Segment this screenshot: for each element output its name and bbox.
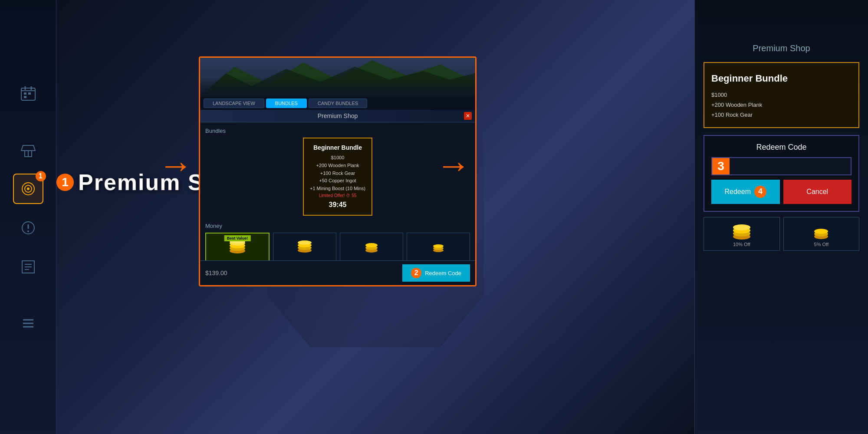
money-card-10off[interactable]: +$5.91K 10% Off xyxy=(273,233,336,260)
step-3-badge: 3 xyxy=(712,158,730,174)
svg-point-34 xyxy=(298,240,312,245)
right-money-discount-2: 5% Off xyxy=(787,242,856,247)
svg-rect-6 xyxy=(24,96,26,98)
svg-point-11 xyxy=(27,187,30,190)
svg-point-14 xyxy=(27,230,29,232)
right-panel-title: Premium Shop xyxy=(704,43,859,53)
bundle-price: $1000 xyxy=(308,154,367,162)
right-coins-2 xyxy=(787,223,856,240)
step-2-badge: 2 xyxy=(411,268,421,278)
bundle-item-1: +200 Wooden Plank xyxy=(308,162,367,170)
svg-rect-22 xyxy=(200,58,475,97)
bundle-countdown: 39:45 xyxy=(308,199,367,210)
redeem-button-label: Redeem Code xyxy=(425,270,461,276)
sidebar-item-menu[interactable] xyxy=(13,308,43,339)
redeem-code-section: Redeem Code 3 Redeem 4 Cancel xyxy=(704,135,859,212)
cancel-button[interactable]: Cancel xyxy=(783,180,852,204)
step-1-badge: 1 xyxy=(36,171,46,181)
money-card-5off[interactable]: +$2.49K 5% Off xyxy=(340,233,403,260)
right-money-discount-1: 10% Off xyxy=(707,242,776,247)
bundle-limited-label: Limited Offer! ⏱ 55 xyxy=(308,192,367,199)
alerts-icon xyxy=(20,219,37,237)
right-panel: Premium Shop Beginner Bundle $1000 +200 … xyxy=(694,0,868,434)
bundle-card-title: Beginner Bundle xyxy=(308,143,367,152)
redeem-confirm-button[interactable]: Redeem 4 xyxy=(711,180,780,204)
right-money-card-2[interactable]: 5% Off xyxy=(783,217,860,251)
menu-icon xyxy=(20,315,37,332)
calendar-icon xyxy=(20,85,37,102)
redeem-btn-label: Redeem xyxy=(725,188,751,196)
premium-shop-dialog: LANDSCAPE VIEW BUNDLES CANDY BUNDLES Pre… xyxy=(199,56,477,286)
redeem-code-button[interactable]: 2 Redeem Code xyxy=(402,264,470,282)
svg-marker-24 xyxy=(200,60,475,97)
bundles-label: Bundles xyxy=(205,128,470,134)
dialog-title-bar: Premium Shop ✕ xyxy=(200,110,475,122)
sidebar-item-premium[interactable]: 1 xyxy=(13,174,43,204)
svg-marker-25 xyxy=(200,67,475,97)
right-bundle-card: Beginner Bundle $1000 +200 Wooden Plank … xyxy=(704,62,859,128)
redeem-code-title: Redeem Code xyxy=(711,143,852,152)
redeem-input-row: 3 xyxy=(711,157,852,175)
bundle-item-4: +1 Mining Boost (10 Mins) xyxy=(308,185,367,193)
money-card-nodiscount[interactable]: +$955.00 xyxy=(407,233,470,260)
beginner-bundle-card[interactable]: Beginner Bundle $1000 +200 Wooden Plank … xyxy=(303,138,372,216)
coins-visual-4 xyxy=(411,238,466,253)
arrow-2: → xyxy=(436,145,471,185)
right-bundle-item-2: +100 Rock Gear xyxy=(711,110,852,120)
svg-point-44 xyxy=(733,224,750,230)
right-coins-1 xyxy=(707,223,776,240)
tab-bundles[interactable]: BUNDLES xyxy=(266,99,307,108)
dialog-body: Bundles Beginner Bundle $1000 +200 Woode… xyxy=(200,122,475,260)
sidebar: 1 xyxy=(0,0,56,434)
svg-rect-23 xyxy=(200,58,475,97)
bundles-section: Bundles Beginner Bundle $1000 +200 Woode… xyxy=(205,128,470,216)
arrow-1: → xyxy=(158,145,193,185)
step-4-badge: 4 xyxy=(754,186,766,198)
coins-visual-2 xyxy=(277,238,332,253)
best-value-badge: Best Value! xyxy=(224,235,251,241)
dialog-tabs: LANDSCAPE VIEW BUNDLES CANDY BUNDLES xyxy=(200,97,475,110)
sidebar-item-calendar[interactable] xyxy=(13,78,43,108)
svg-point-37 xyxy=(365,243,378,247)
right-bundle-price: $1000 xyxy=(711,90,852,100)
sidebar-item-shop[interactable] xyxy=(13,135,43,165)
coins-visual-3 xyxy=(344,238,399,253)
tab-landscape[interactable]: LANDSCAPE VIEW xyxy=(204,99,264,108)
timer-icon: ⏱ xyxy=(346,193,350,198)
dialog-footer: $139.00 2 Redeem Code xyxy=(200,260,475,285)
shop-icon xyxy=(20,141,37,158)
svg-rect-5 xyxy=(28,92,31,95)
dialog-title: Premium Shop xyxy=(318,112,358,119)
total-price: $139.00 xyxy=(205,270,227,276)
bundle-timer-value: 55 xyxy=(352,193,356,198)
dialog-header-image xyxy=(200,58,475,97)
right-bundle-title: Beginner Bundle xyxy=(711,70,852,87)
tasks-icon xyxy=(20,258,37,276)
sidebar-item-tasks[interactable] xyxy=(13,252,43,282)
sidebar-item-alerts[interactable] xyxy=(13,213,43,243)
money-grid: Best Value! +$17,43k 35% Off xyxy=(205,233,470,260)
tab-candy[interactable]: CANDY BUNDLES xyxy=(309,99,367,108)
mountain-landscape xyxy=(200,58,475,97)
money-label: Money xyxy=(205,223,470,229)
premium-icon xyxy=(20,180,37,197)
right-bundle-item-1: +200 Wooden Plank xyxy=(711,100,852,110)
bundle-item-3: +50 Copper Ingot xyxy=(308,177,367,185)
redeem-code-input[interactable] xyxy=(730,158,851,174)
money-card-best-value[interactable]: Best Value! +$17,43k 35% Off xyxy=(205,233,270,260)
step-1-indicator: 1 xyxy=(56,174,74,191)
close-button[interactable]: ✕ xyxy=(464,112,472,120)
svg-rect-4 xyxy=(24,92,26,95)
money-section: Money Best Value! +$17,43k xyxy=(205,223,470,260)
redeem-action-row: Redeem 4 Cancel xyxy=(711,180,852,204)
right-money-card-1[interactable]: 10% Off xyxy=(704,217,780,251)
svg-point-40 xyxy=(433,244,444,248)
right-money-cards: 10% Off 5% Off xyxy=(704,217,859,251)
bundle-item-2: +100 Rock Gear xyxy=(308,170,367,178)
svg-point-47 xyxy=(814,229,828,234)
bundles-grid: Beginner Bundle $1000 +200 Wooden Plank … xyxy=(205,138,470,216)
